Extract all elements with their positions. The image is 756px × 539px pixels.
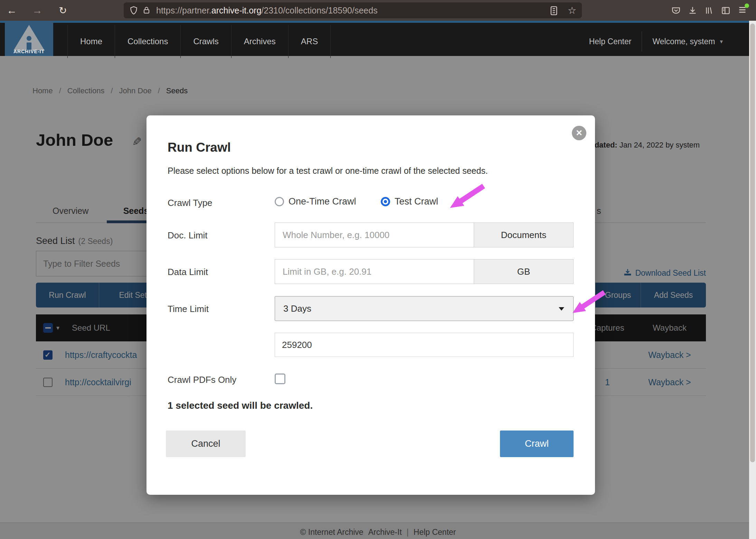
page-scrollbar[interactable] <box>749 21 756 539</box>
run-crawl-modal: ✕ Run Crawl Please select options below … <box>147 115 595 495</box>
data-limit-group: GB <box>275 259 574 284</box>
pocket-icon[interactable] <box>671 6 680 15</box>
radio-selected-icon[interactable] <box>381 197 390 206</box>
shield-icon[interactable] <box>129 6 138 15</box>
lock-icon[interactable] <box>142 6 151 15</box>
browser-forward-button[interactable]: → <box>28 0 46 21</box>
screen: ← → ↻ https://partner.archive-it.org/231… <box>0 0 756 539</box>
annotation-arrow-test-crawl <box>447 184 486 209</box>
hamburger-menu-icon[interactable] <box>738 5 747 16</box>
browser-chrome: ← → ↻ https://partner.archive-it.org/231… <box>0 0 756 21</box>
radio-unselected-icon[interactable] <box>275 197 284 206</box>
crawl-pdfs-only-label: Crawl PDFs Only <box>168 375 236 385</box>
reader-view-icon[interactable] <box>550 6 559 15</box>
nav-item-collections[interactable]: Collections <box>115 25 180 58</box>
user-menu[interactable]: Welcome, system <box>642 37 715 46</box>
modal-title: Run Crawl <box>168 140 231 155</box>
crawl-pdfs-only-checkbox[interactable] <box>275 373 285 384</box>
time-limit-seconds-input[interactable] <box>275 333 574 357</box>
cancel-button[interactable]: Cancel <box>166 431 246 457</box>
sidebar-toggle-icon[interactable] <box>721 6 730 15</box>
help-center-link[interactable]: Help Center <box>589 37 642 46</box>
library-icon[interactable] <box>705 6 714 15</box>
chevron-down-icon[interactable]: ▾ <box>720 38 723 45</box>
logo-label: ARCHIVE-IT <box>5 49 53 54</box>
site-navbar: Home Collections Crawls Archives ARS Hel… <box>0 21 756 56</box>
archive-it-logo[interactable]: ARCHIVE-IT <box>5 21 53 56</box>
nav-item-crawls[interactable]: Crawls <box>180 25 231 58</box>
address-bar[interactable]: https://partner.archive-it.org/2310/coll… <box>124 2 582 18</box>
logo-i-dot <box>27 36 31 41</box>
close-icon[interactable]: ✕ <box>572 126 586 140</box>
annotation-arrow-time-limit <box>569 290 607 314</box>
data-limit-addon: GB <box>474 259 574 284</box>
doc-limit-label: Doc. Limit <box>168 230 208 241</box>
bookmark-star-icon[interactable]: ☆ <box>568 5 576 16</box>
one-time-crawl-radio[interactable]: One-Time Crawl <box>275 196 356 207</box>
data-limit-input[interactable] <box>275 259 474 284</box>
browser-reload-button[interactable]: ↻ <box>54 0 72 21</box>
nav-item-ars[interactable]: ARS <box>288 25 331 58</box>
test-crawl-radio[interactable]: Test Crawl <box>381 196 438 207</box>
time-limit-select[interactable]: 3 Days <box>275 296 574 321</box>
time-limit-label: Time Limit <box>168 304 209 314</box>
scrollbar-thumb[interactable] <box>750 23 755 462</box>
selected-seed-note: 1 selected seed will be crawled. <box>168 400 313 411</box>
data-limit-label: Data Limit <box>168 267 208 277</box>
download-icon[interactable] <box>688 6 697 15</box>
nav-item-archives[interactable]: Archives <box>231 25 288 58</box>
doc-limit-addon: Documents <box>474 223 574 247</box>
update-notification-dot <box>745 3 749 8</box>
modal-subtitle: Please select options below for a test c… <box>168 166 488 176</box>
doc-limit-group: Documents <box>275 223 574 247</box>
browser-back-button[interactable]: ← <box>3 0 21 21</box>
crawl-button[interactable]: Crawl <box>500 431 574 457</box>
select-caret-icon <box>559 307 564 311</box>
doc-limit-input[interactable] <box>275 223 474 247</box>
crawl-type-label: Crawl Type <box>168 198 212 208</box>
nav-item-home[interactable]: Home <box>67 25 115 58</box>
url-text: https://partner.archive-it.org/2310/coll… <box>156 6 378 16</box>
